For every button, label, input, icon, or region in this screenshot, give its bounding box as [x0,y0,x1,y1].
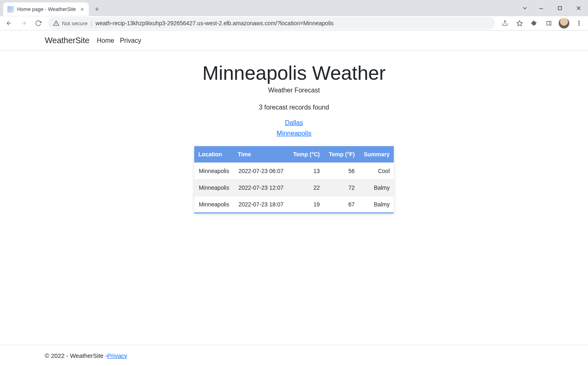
cell-summary: Balmy [359,196,394,213]
tab-title: Home page - WeatherSite [17,7,76,12]
table-header-row: Location Time Temp (°C) Temp (°F) Summar… [194,146,394,163]
close-tab-icon[interactable]: × [80,6,85,13]
table-row: Minneapolis2022-07-23 18:071967Balmy [194,196,394,213]
browser-chrome: Home page - WeatherSite × + Not secure |… [0,0,588,31]
page-title: Minneapolis Weather [0,62,588,84]
reload-button[interactable] [32,17,45,30]
address-bar[interactable]: Not secure | weath-recip-13khzp9ixuhp3-2… [48,17,495,29]
bookmark-button[interactable] [513,17,526,30]
site-navbar: WeatherSite Home Privacy [0,31,588,50]
window-controls [518,0,588,16]
cell-temp-f: 56 [324,163,359,180]
th-summary: Summary [359,146,394,163]
security-indicator[interactable]: Not secure [53,20,88,26]
svg-point-12 [579,21,579,22]
table-row: Minneapolis2022-07-23 06:071356Cool [194,163,394,180]
close-window-button[interactable] [569,2,588,14]
site-brand[interactable]: WeatherSite [45,36,90,45]
page-subtitle: Weather Forecast [0,87,588,94]
th-location: Location [194,146,234,163]
browser-tab[interactable]: Home page - WeatherSite × [3,2,89,16]
th-time: Time [234,146,288,163]
cell-temp-c: 19 [288,196,324,213]
location-link-minneapolis[interactable]: Minneapolis [276,130,311,137]
svg-rect-1 [558,7,562,10]
footer-text: © 2022 - WeatherSite - [45,352,107,359]
forecast-table-wrap: Location Time Temp (°C) Temp (°F) Summar… [194,146,394,213]
url-text: weath-recip-13khzp9ixuhp3-292656427.us-w… [96,20,490,26]
svg-point-14 [579,25,579,26]
cell-temp-f: 67 [324,196,359,213]
footer-privacy-link[interactable]: Privacy [107,352,127,359]
main-content: Minneapolis Weather Weather Forecast 3 f… [0,50,588,230]
warning-icon [53,20,59,26]
cell-time: 2022-07-23 12:07 [234,180,288,196]
cell-time: 2022-07-23 06:07 [234,163,288,180]
tab-overflow-button[interactable] [518,2,532,14]
records-found: 3 forecast records found [0,104,588,111]
favicon-icon [7,6,14,13]
maximize-button[interactable] [551,2,569,14]
tab-strip: Home page - WeatherSite × + [0,0,588,16]
nav-link-privacy[interactable]: Privacy [120,37,141,44]
location-links: Dallas Minneapolis [0,119,588,137]
cell-location: Minneapolis [194,196,234,213]
table-row: Minneapolis2022-07-23 12:072272Balmy [194,180,394,196]
cell-location: Minneapolis [194,180,234,196]
forward-button[interactable] [17,17,30,30]
profile-avatar[interactable] [559,18,569,28]
cell-temp-f: 72 [324,180,359,196]
browser-menu-button[interactable] [573,17,586,30]
cell-time: 2022-07-23 18:07 [234,196,288,213]
browser-toolbar: Not secure | weath-recip-13khzp9ixuhp3-2… [0,16,588,31]
forecast-table: Location Time Temp (°C) Temp (°F) Summar… [194,146,394,213]
location-link-dallas[interactable]: Dallas [285,119,303,126]
cell-temp-c: 13 [288,163,324,180]
side-panel-button[interactable] [542,17,555,30]
cell-temp-c: 22 [288,180,324,196]
nav-link-home[interactable]: Home [97,37,114,44]
svg-point-13 [579,23,579,24]
new-tab-button[interactable]: + [91,4,103,15]
cell-summary: Balmy [359,180,394,196]
back-button[interactable] [2,17,15,30]
site-footer: © 2022 - WeatherSite - Privacy [0,345,588,366]
svg-marker-9 [517,20,522,26]
th-temp-c: Temp (°C) [288,146,324,163]
cell-location: Minneapolis [194,163,234,180]
not-secure-label: Not secure [62,20,88,26]
minimize-button[interactable] [532,2,551,14]
th-temp-f: Temp (°F) [324,146,359,163]
cell-summary: Cool [359,163,394,180]
svg-rect-10 [547,21,551,25]
extensions-button[interactable] [528,17,541,30]
share-button[interactable] [498,17,511,30]
page-content: WeatherSite Home Privacy Minneapolis Wea… [0,31,588,345]
